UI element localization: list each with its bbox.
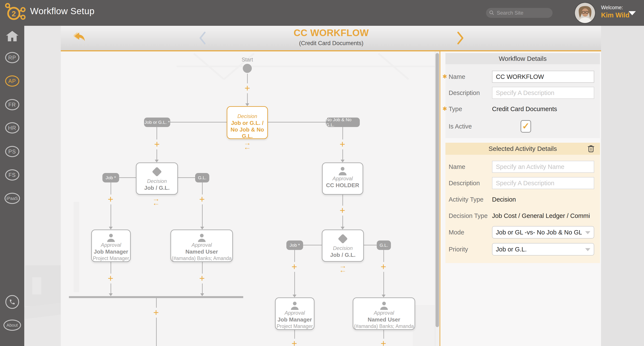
flow-node-approval-named-user[interactable]: Approval Named User (#amanda) Banks; Ama… — [170, 230, 233, 262]
selected-activity-box: Selected Activity Details Name Descripti… — [446, 143, 600, 263]
branch-pill-gl[interactable]: G.L. — [377, 241, 391, 250]
start-label: Start — [230, 57, 264, 63]
arrowhead — [109, 293, 113, 296]
add-activity-button[interactable]: + — [290, 262, 298, 272]
activity-name-row: Name — [446, 158, 600, 175]
flow-node-decision-job-gl[interactable]: Decision Job / G.L. — [136, 162, 178, 195]
search-input[interactable] — [496, 10, 551, 16]
connector-line — [110, 183, 111, 227]
node-kind: Decision — [147, 178, 167, 184]
swap-branches-icon[interactable]: → ← — [241, 140, 254, 149]
flow-node-approval-named-user-2[interactable]: Approval Named User (#amanda) Banks; Ama… — [353, 297, 415, 330]
mode-dropdown[interactable]: Job or GL -vs- No Job & No GL — [492, 226, 594, 239]
back-button[interactable] — [74, 31, 90, 45]
selected-activity-title: Selected Activity Details — [488, 145, 557, 152]
activity-name-input[interactable] — [492, 161, 594, 173]
add-activity-button[interactable]: + — [106, 274, 115, 283]
workflow-description-input[interactable] — [492, 87, 594, 99]
description-label: Description — [449, 180, 492, 187]
node-title: Named User — [356, 316, 412, 323]
sidebar-item-about[interactable]: About — [0, 319, 24, 331]
search-icon — [489, 10, 494, 16]
decision-diamond-icon — [152, 167, 162, 177]
activity-description-input[interactable] — [492, 177, 594, 189]
add-activity-button[interactable]: + — [379, 339, 388, 346]
user-menu-caret-icon[interactable] — [628, 11, 636, 15]
sidebar-item-fr[interactable]: FR — [0, 99, 24, 110]
add-activity-button[interactable]: + — [152, 308, 160, 318]
start-node[interactable] — [243, 64, 252, 73]
add-activity-button[interactable]: + — [153, 139, 161, 149]
avatar[interactable] — [575, 3, 595, 23]
node-kind: Approval — [192, 242, 212, 248]
add-activity-button[interactable]: + — [338, 206, 346, 216]
workflow-name-row: ✱ Name — [446, 69, 600, 85]
welcome-label: Welcome: — [601, 5, 630, 11]
node-kind: Decision — [333, 245, 353, 251]
sidebar-item-ipaas[interactable]: iPaaS — [0, 193, 24, 204]
flow-node-approval-cc-holder[interactable]: Approval CC HOLDER — [322, 162, 363, 195]
required-marker: ✱ — [442, 105, 447, 112]
sidebar-item-home[interactable] — [0, 30, 24, 43]
flow-node-decision-job-gl-2[interactable]: Decision Job / G.L. — [322, 230, 364, 262]
node-title: CC HOLDER — [324, 182, 361, 189]
sidebar-item-hr[interactable]: HR — [0, 122, 24, 133]
sidebar-item-fs[interactable]: FS — [0, 169, 24, 181]
flow-node-approval-job-manager-2[interactable]: Approval Job Manager Project Manager — [275, 297, 314, 330]
join-bar — [69, 296, 243, 298]
add-activity-button[interactable]: + — [198, 274, 206, 283]
workflow-name-input[interactable] — [492, 71, 594, 83]
branch-pill-gl[interactable]: G.L. — [195, 173, 209, 183]
add-activity-button[interactable]: + — [379, 262, 388, 272]
arrowhead — [292, 295, 296, 297]
workflow-active-row: Is Active ✓ — [446, 117, 600, 136]
connector-line — [170, 122, 227, 122]
flow-node-decision-main-selected[interactable]: Decision Job or G.L. / No Job & No G.L. — [227, 106, 268, 139]
person-icon — [338, 166, 348, 176]
workflow-canvas[interactable]: Start + — [61, 51, 435, 346]
type-label: Type — [449, 105, 492, 113]
canvas-scrollbar-thumb[interactable] — [436, 53, 439, 327]
watermark — [24, 302, 66, 319]
branch-pill-job[interactable]: Job * — [102, 173, 119, 183]
sidebar-item-contact[interactable] — [0, 295, 24, 308]
flow-node-approval-job-manager[interactable]: Approval Job Manager Project Manager — [91, 230, 131, 262]
workflow-type-row: ✱ Type Credit Card Documents — [446, 101, 600, 117]
node-title: Job / G.L. — [324, 252, 362, 258]
add-activity-button[interactable]: + — [243, 83, 251, 93]
hr-badge: HR — [5, 122, 19, 133]
is-active-checkbox[interactable]: ✓ — [520, 120, 531, 133]
branch-pill-job-or-gl[interactable]: Job or G.L. * — [144, 118, 170, 127]
node-kind: Approval — [332, 176, 353, 182]
sidebar-item-ap[interactable]: AP — [0, 75, 24, 87]
priority-dropdown[interactable]: Job or G.L. — [492, 243, 594, 256]
user-name: Kim Wild — [601, 11, 630, 19]
connector-line — [303, 245, 322, 245]
node-subtitle: Project Manager — [93, 256, 129, 261]
chevron-down-icon — [585, 248, 590, 251]
node-kind: Approval — [374, 310, 394, 316]
add-activity-button[interactable]: + — [338, 139, 346, 149]
workflow-description-row: Description — [446, 85, 600, 101]
delete-activity-button[interactable] — [588, 145, 594, 153]
branch-pill-no-job-no-gl[interactable]: No Job & No G.L. — [326, 118, 360, 127]
previous-workflow-button[interactable] — [198, 31, 207, 45]
swap-branches-icon[interactable]: → ← — [150, 197, 162, 205]
branch-pill-job[interactable]: Job * — [286, 241, 303, 250]
node-subtitle: (#amanda) Banks; Amanda — [172, 256, 232, 261]
sidebar-item-rp[interactable]: RP — [0, 52, 24, 63]
canvas-scrollbar-track[interactable] — [435, 51, 440, 346]
add-activity-button[interactable]: + — [198, 195, 206, 204]
sidebar-item-ps[interactable]: PS — [0, 146, 24, 157]
node-kind: Decision — [238, 113, 257, 119]
about-badge: About — [4, 319, 21, 331]
connector-line — [294, 250, 295, 295]
node-title: Named User — [174, 248, 230, 255]
user-menu[interactable]: Welcome: Kim Wild — [601, 5, 630, 19]
add-activity-button[interactable]: + — [106, 195, 115, 204]
add-activity-button[interactable]: + — [290, 339, 298, 346]
workflow-subtitle: (Credit Card Documents) — [224, 40, 438, 47]
decision-type-value: Job Cost / General Ledger / Commi — [492, 212, 590, 219]
next-workflow-button[interactable] — [456, 31, 465, 45]
swap-branches-icon[interactable]: → ← — [336, 263, 349, 272]
